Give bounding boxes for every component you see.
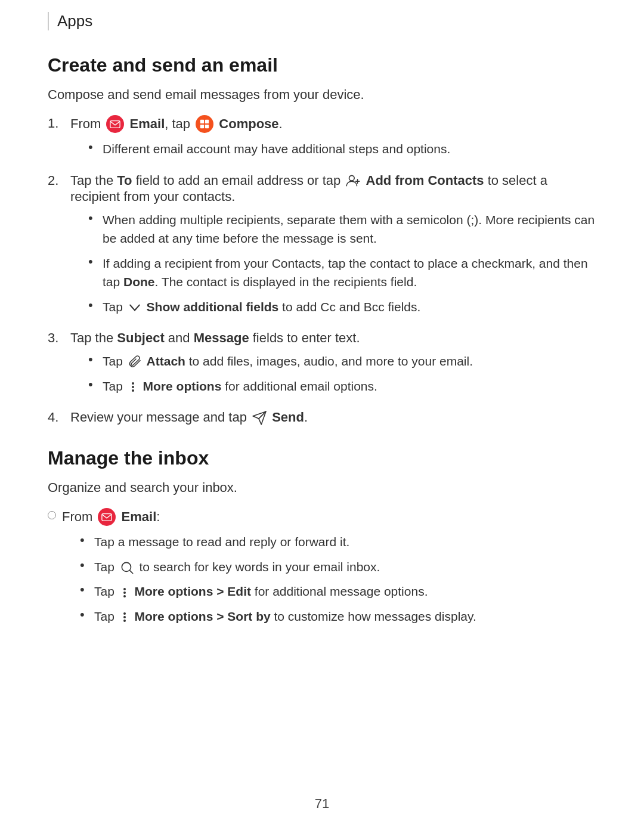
circle-item-text: From Email: [62,509,160,524]
step-4: 4. Review your message and tap Send. [48,410,596,426]
step-2-bullet-3-text: Tap Show additional fields to add Cc and… [103,298,596,317]
section2-title: Manage the inbox [48,447,596,469]
dot2 [123,592,126,594]
circle-bullet-icon [48,511,56,519]
email-app-icon [106,115,124,133]
step-1-bullet-1: Different email account may have additio… [88,140,596,159]
svg-point-11 [122,563,131,572]
step-1: 1. From Email, tap [48,116,596,165]
step-3: 3. Tap the Subject and Message fields to… [48,330,596,401]
step-1-text: From Email, tap [70,116,283,131]
step-3-bullet-1-text: Tap Attach to add files, images, audio, … [103,352,596,371]
dot1 [123,588,126,590]
step-2-bullet-2: If adding a recipient from your Contacts… [88,254,596,292]
step-2-bullet-1: When adding multiple recipients, separat… [88,210,596,248]
step-4-send-label: Send [272,410,304,425]
circle-item-email-label: Email [122,509,157,524]
chevron-down-icon [128,301,142,315]
step-2-bullet-2-text: If adding a recipient from your Contacts… [103,254,596,292]
manage-bullet-1: Tap a message to read and reply or forwa… [80,532,596,552]
step-2-done-label: Done [123,275,155,289]
step-1-content: From Email, tap [70,116,596,165]
attach-icon [128,355,142,370]
step-1-num: 1. [48,116,66,131]
step-1-email-label: Email [130,116,165,131]
step-2-num: 2. [48,173,66,188]
send-icon [252,410,267,426]
step-3-content: Tap the Subject and Message fields to en… [70,330,596,401]
svg-rect-0 [110,121,120,128]
step-3-num: 3. [48,330,66,346]
section1-title: Create and send an email [48,54,596,76]
manage-bullet-3: Tap More options > Edit for additional m… [80,582,596,601]
manage-bullet-4-text: Tap More options > Sort by to customize … [94,607,596,626]
step-2: 2. Tap the To field to add an email addr… [48,173,596,323]
step-3-bullet-2-text: Tap More options for additional email op… [103,377,596,396]
dot3 [123,595,126,597]
step-2-to-label: To [117,173,132,188]
dot1 [132,382,134,385]
section-manage-inbox: Manage the inbox Organize and search you… [48,447,596,631]
step-4-num: 4. [48,410,66,425]
svg-line-12 [130,571,133,574]
dot2 [132,386,134,388]
section1-subtitle: Compose and send email messages from you… [48,87,596,103]
manage-bullet-2: Tap to search for key words in your emai… [80,558,596,577]
section2-subtitle: Organize and search your inbox. [48,480,596,496]
dot3 [132,389,134,392]
manage-bullet-2-text: Tap to search for key words in your emai… [94,558,596,577]
page-container: Apps Create and send an email Compose an… [0,0,644,833]
step-2-show-additional-label: Show additional fields [147,300,279,314]
step-2-text: Tap the To field to add an email address… [70,173,547,204]
step-1-compose-label: Compose [219,116,278,131]
dot1 [123,612,126,615]
step-3-more-options-label: More options [143,379,222,393]
dot2 [123,616,126,618]
manage-bullet-4-sortby-label: More options > Sort by [135,609,271,623]
svg-rect-1 [200,120,204,123]
more-options-icon-1 [128,380,138,394]
manage-bullet-3-text: Tap More options > Edit for additional m… [94,582,596,601]
search-icon [119,560,135,575]
section-create-email: Create and send an email Compose and sen… [48,54,596,426]
more-options-icon-2 [119,586,130,600]
step-3-message-label: Message [194,330,249,345]
email-app-icon-2 [98,508,116,526]
header-bar: Apps [48,12,596,30]
dot3 [123,620,126,622]
svg-point-5 [349,175,355,181]
apps-label: Apps [57,12,92,30]
step-2-content: Tap the To field to add an email address… [70,173,596,323]
circle-item-content: From Email: Tap a message to read and re… [62,509,596,631]
circle-list-item-1: From Email: Tap a message to read and re… [48,509,596,631]
step-3-subject-label: Subject [117,330,164,345]
manage-bullet-4: Tap More options > Sort by to customize … [80,607,596,626]
step-3-bullets: Tap Attach to add files, images, audio, … [70,352,596,395]
step-4-text: Review your message and tap Send. [70,410,308,425]
contacts-icon [345,173,361,188]
step-2-bullets: When adding multiple recipients, separat… [70,210,596,317]
numbered-list: 1. From Email, tap [48,116,596,426]
step-2-bullet-3: Tap Show additional fields to add Cc and… [88,298,596,317]
svg-rect-3 [200,125,204,128]
more-options-icon-3 [119,610,130,624]
step-3-attach-label: Attach [147,354,185,368]
step-1-bullets: Different email account may have additio… [70,140,596,159]
step-4-content: Review your message and tap Send. [70,410,596,426]
manage-bullet-1-text: Tap a message to read and reply or forwa… [94,532,596,552]
step-3-bullet-2: Tap More options for additional email op… [88,377,596,396]
step-3-text: Tap the Subject and Message fields to en… [70,330,360,345]
circle-list: From Email: Tap a message to read and re… [48,509,596,631]
compose-app-icon [196,115,213,133]
step-1-bullet-1-text: Different email account may have additio… [103,140,596,159]
svg-rect-10 [102,514,112,521]
manage-bullet-3-more-label: More options > Edit [135,584,251,598]
step-2-contacts-label: Add from Contacts [366,173,484,188]
page-number: 71 [0,796,644,812]
manage-inbox-bullets: Tap a message to read and reply or forwa… [62,532,596,625]
step-3-bullet-1: Tap Attach to add files, images, audio, … [88,352,596,371]
svg-rect-2 [205,120,209,123]
svg-rect-4 [205,125,209,128]
step-2-bullet-1-text: When adding multiple recipients, separat… [103,210,596,248]
